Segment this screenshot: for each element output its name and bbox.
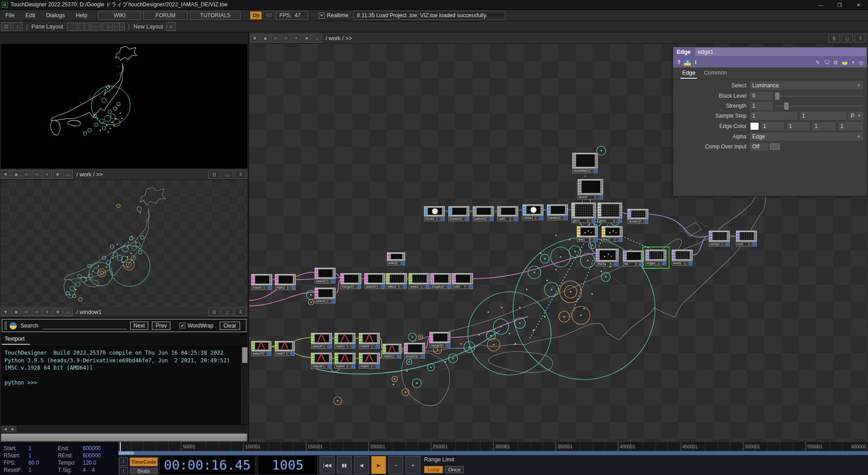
network-node[interactable]: select2 xyxy=(315,268,335,284)
network-node[interactable]: comp1 xyxy=(709,231,730,247)
pause-button[interactable]: ▮▮ xyxy=(337,456,352,474)
timeline-range-bar[interactable]: ... xyxy=(118,451,868,455)
python-mode-icon[interactable] xyxy=(842,59,848,65)
edge-color-swatch[interactable] xyxy=(750,122,759,130)
info-field-value[interactable]: 4 4 xyxy=(83,467,95,473)
search-input[interactable] xyxy=(43,322,127,329)
info-field-value[interactable]: 60.0 xyxy=(28,460,39,466)
comment-icon[interactable]: 🗨 xyxy=(824,59,830,66)
network-node[interactable]: math11 xyxy=(382,344,401,359)
textport-hscroll-thumb[interactable] xyxy=(1,433,247,442)
network-node[interactable]: geo2 xyxy=(598,203,622,223)
forward-icon[interactable]: ⇨ xyxy=(32,170,42,179)
layout-preset-split-v[interactable] xyxy=(79,23,90,31)
forward-icon[interactable]: ⇨ xyxy=(32,308,42,316)
timeline-ruler[interactable]: 5000110000115000120000125000130000135000… xyxy=(118,442,868,451)
back-icon[interactable]: ⇦ xyxy=(22,170,31,179)
frame-plus-button[interactable]: + xyxy=(406,456,420,474)
network-node[interactable]: math5 xyxy=(359,333,380,349)
network-node[interactable]: render1 xyxy=(627,209,648,224)
maximize-button[interactable]: ❐ xyxy=(830,0,849,10)
zoom-level-field[interactable]: 0 xyxy=(208,308,220,316)
realtime-toggle[interactable]: ✕ Realtime xyxy=(319,12,348,19)
dock-icon[interactable]: ⇩ xyxy=(235,170,246,179)
edge-color-g-field[interactable]: 1 xyxy=(787,122,810,130)
nav-dropdown-icon[interactable]: ▼ xyxy=(1,170,10,179)
network-node[interactable]: chopto2 xyxy=(430,273,451,289)
network-node[interactable]: math1 xyxy=(409,273,429,289)
search-prev-button[interactable]: Prev xyxy=(152,322,170,330)
timecode-slash-button[interactable]: / xyxy=(119,457,128,466)
network-node[interactable]: null1 xyxy=(452,273,473,289)
loop-button[interactable]: Loop xyxy=(424,466,443,473)
network-node[interactable]: merge1 xyxy=(340,273,361,289)
scroll-right-button[interactable]: ▶ xyxy=(9,426,16,432)
scroll-left-button[interactable]: ◀ xyxy=(2,426,9,432)
menu-file[interactable]: File xyxy=(0,12,20,19)
timecode-i-button[interactable]: I xyxy=(119,467,128,475)
network-node[interactable]: 2525a xyxy=(596,249,618,266)
alpha-dropdown[interactable]: Edge▼ xyxy=(750,133,863,141)
network-node[interactable]: level1 xyxy=(672,250,693,266)
network-node[interactable]: select7 xyxy=(251,341,271,356)
stop-icon[interactable]: ■ xyxy=(11,308,21,316)
network-node[interactable]: select4 xyxy=(364,273,385,289)
search-clear-button[interactable]: Clear xyxy=(220,322,240,330)
layout-preset-single[interactable] xyxy=(67,23,78,31)
pane2-path[interactable]: / work / >> xyxy=(76,171,207,178)
network-node[interactable]: noise1 xyxy=(251,274,272,290)
layout-preset-split-h[interactable] xyxy=(90,23,101,31)
select-param-dropdown[interactable]: Luminance▼ xyxy=(750,81,863,90)
wordwrap-toggle[interactable]: ✔ WordWrap xyxy=(179,323,213,329)
save-layout-icon[interactable]: ↑ xyxy=(13,22,23,31)
jump-start-button[interactable]: |◀◀ xyxy=(320,456,335,474)
sample-step-unit-menu[interactable]: P▼ xyxy=(849,112,863,120)
network-node[interactable]: datto2 xyxy=(386,273,407,289)
copy-parameters-icon[interactable]: ⧉ xyxy=(834,59,838,66)
black-level-slider[interactable] xyxy=(775,93,779,100)
bookmark-star-icon[interactable]: ★ xyxy=(53,308,62,316)
python-help-icon[interactable]: ? xyxy=(684,59,691,66)
layout-preset-grid[interactable] xyxy=(114,23,125,31)
info-field-value[interactable]: 600000 xyxy=(83,452,101,459)
textport-output[interactable]: TouchDesigner Build 2022.25370 compile o… xyxy=(1,346,247,425)
edge-color-b-field[interactable]: 1 xyxy=(812,122,836,130)
edge-color-a-field[interactable]: 1 xyxy=(838,122,863,130)
network-node[interactable]: level2 xyxy=(578,179,603,200)
pane3-path[interactable]: / window1 xyxy=(76,309,207,315)
timeline-range-handle[interactable]: ... xyxy=(118,451,134,455)
help-icon[interactable]: ? xyxy=(677,59,680,66)
tab-edge[interactable]: Edge xyxy=(682,70,695,76)
textport-vscroll-thumb[interactable] xyxy=(242,347,247,363)
up-level-icon[interactable]: + xyxy=(42,308,52,316)
network-node[interactable]: merge3 xyxy=(429,332,450,348)
network-pane-mini[interactable] xyxy=(1,180,247,306)
network-node[interactable]: math2 xyxy=(275,274,296,290)
wiki-button[interactable]: WIKI xyxy=(98,11,141,20)
frame-minus-button[interactable]: − xyxy=(388,456,403,474)
dock-icon[interactable]: ⇩ xyxy=(235,308,246,316)
tutorials-button[interactable]: TUTORIALS xyxy=(190,11,241,20)
network-node[interactable]: fit1 xyxy=(623,251,644,266)
info-field-value[interactable]: 1 xyxy=(28,445,32,451)
network-node[interactable]: edge1 xyxy=(646,250,666,266)
sample-step-x-field[interactable]: 1 xyxy=(750,112,797,120)
fps-cap-field[interactable]: 60 xyxy=(263,11,275,20)
info-field-value[interactable]: 600000 xyxy=(83,445,101,451)
beats-mode-button[interactable]: Beats xyxy=(130,468,158,474)
float-viewer-icon[interactable]: □ xyxy=(222,170,233,179)
up-level-icon[interactable]: + xyxy=(42,170,52,179)
menu-dialogs[interactable]: Dialogs xyxy=(41,12,71,19)
wordwrap-checkbox[interactable]: ✔ xyxy=(179,323,185,328)
bookmark-icon[interactable]: ⊡ xyxy=(1,22,11,31)
back-icon[interactable]: ⇦ xyxy=(22,308,31,316)
network-node[interactable]: select5 xyxy=(311,333,332,349)
parameter-panel-header[interactable]: Edge edge1 xyxy=(673,47,867,57)
textport-tab[interactable]: Textport xyxy=(5,336,24,342)
info-icon[interactable]: i xyxy=(695,59,696,66)
edit-expression-icon[interactable]: ✎ xyxy=(816,59,820,66)
realtime-checkbox[interactable]: ✕ xyxy=(319,13,325,19)
home-icon[interactable]: ⌂ xyxy=(63,308,73,316)
info-field-value[interactable]: 120.0 xyxy=(83,460,96,466)
menu-edit[interactable]: Edit xyxy=(20,12,41,19)
